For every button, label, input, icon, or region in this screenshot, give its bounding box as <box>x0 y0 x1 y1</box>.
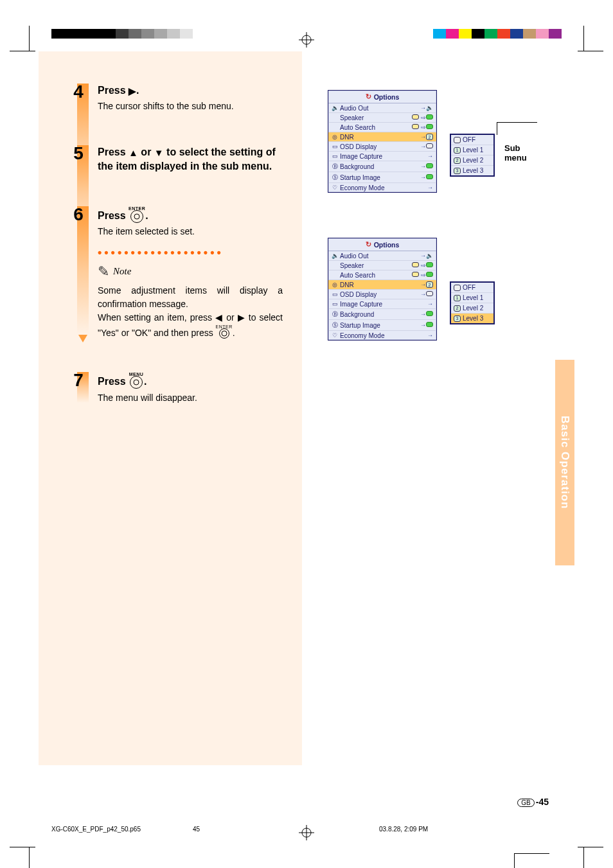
right-triangle-icon: ▶ <box>129 85 136 96</box>
region-badge: GB <box>517 799 534 807</box>
callout-line <box>497 122 537 123</box>
enter-button-icon: ENTER <box>216 324 233 339</box>
registration-mark-top <box>299 32 314 48</box>
menu-button-icon: MENU <box>129 372 144 389</box>
note-body: Some adjustment items will display a con… <box>98 284 283 340</box>
registration-mark-bottom <box>299 825 314 840</box>
step-title: Press ▲ or ▼ to select the setting of th… <box>98 145 283 174</box>
callout-label: Sub menu <box>504 143 527 163</box>
step-desc: The menu will disappear. <box>98 392 283 405</box>
step-number: 6 <box>67 204 89 225</box>
footer-timestamp: 03.8.28, 2:09 PM <box>379 826 428 833</box>
dnr-icon: ◎ <box>332 134 338 140</box>
step-title: Press ENTER. <box>98 206 283 224</box>
step-desc: The item selected is set. <box>98 226 283 238</box>
section-tab-label: Basic Operation <box>558 416 571 509</box>
step-number: 7 <box>67 370 89 391</box>
divider-dots: ••••••••••••••••••• <box>98 246 283 260</box>
step-number: 4 <box>67 82 89 102</box>
economy-icon: ♡ <box>332 184 338 191</box>
osd-panel: ↻Options 🔈Audio Out→🔈 Speaker ⇨ Auto Sea… <box>328 90 437 193</box>
step-7: 7 Press MENU. The menu will disappear. <box>77 372 283 411</box>
osd-illustration-1: ↻Options 🔈Audio Out→🔈 Speaker ⇨ Auto Sea… <box>328 90 437 193</box>
right-triangle-icon: ▶ <box>238 312 245 323</box>
startup-icon: Ⓢ <box>332 173 338 182</box>
step-4: 4 Press ▶. The cursor shifts to the sub … <box>77 84 283 120</box>
note-heading: ✎ Note <box>98 263 283 280</box>
up-triangle-icon: ▲ <box>129 147 138 158</box>
osd-submenu: OFF 1Level 1 2Level 2 3Level 3 <box>450 281 495 324</box>
recycle-icon: ↻ <box>366 93 371 101</box>
bg-icon: Ⓑ <box>332 163 338 171</box>
speaker-out-icon: 🔈 <box>332 105 338 111</box>
recycle-icon: ↻ <box>366 240 371 249</box>
pencil-icon: ✎ <box>98 263 109 280</box>
down-triangle-icon: ▼ <box>154 147 164 158</box>
footer-filepath: XG-C60X_E_PDF_p42_50.p65 <box>51 826 141 833</box>
page-number: GB-45 <box>517 797 549 807</box>
osd-panel: ↻Options 🔈Audio Out→🔈 Speaker ⇨ Auto Sea… <box>328 238 437 341</box>
page: Basic Operation 4 Press ▶. The cursor sh… <box>39 51 574 817</box>
step-title: Press ▶. <box>98 84 283 98</box>
grayscale-bar <box>51 29 193 39</box>
camera-icon: ▭ <box>332 153 338 159</box>
section-tab: Basic Operation <box>555 360 574 565</box>
osd-illustration-2: ↻Options 🔈Audio Out→🔈 Speaker ⇨ Auto Sea… <box>328 238 437 341</box>
step-desc: The cursor shifts to the sub menu. <box>98 100 283 113</box>
footer-page: 45 <box>193 826 200 833</box>
left-triangle-icon: ◀ <box>215 312 223 323</box>
step-title: Press MENU. <box>98 372 283 389</box>
enter-button-icon: ENTER <box>129 206 145 223</box>
osd-submenu: OFF 1Level 1 2Level 2 3Level 3 <box>450 134 495 177</box>
step-number: 5 <box>67 143 89 164</box>
color-bar <box>433 29 562 39</box>
step-5: 5 Press ▲ or ▼ to select the setting of … <box>77 145 283 181</box>
osd-icon: ▭ <box>332 143 338 150</box>
step-6: 6 Press ENTER. The item selected is set.… <box>77 206 283 346</box>
steps-column: 4 Press ▶. The cursor shifts to the sub … <box>77 84 283 436</box>
